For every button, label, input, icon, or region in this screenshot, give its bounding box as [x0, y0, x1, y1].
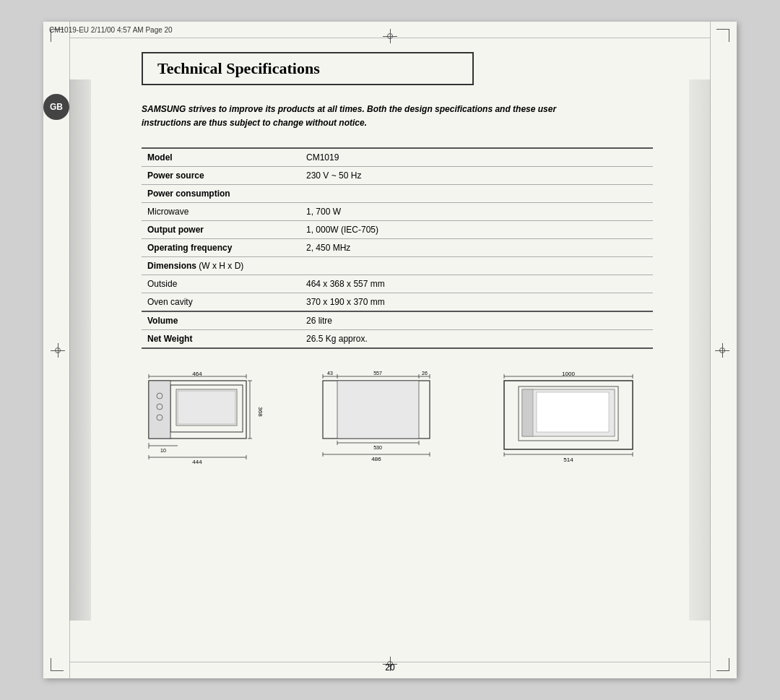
svg-text:1000: 1000 — [562, 371, 575, 377]
page-number: 20 — [385, 662, 394, 673]
diagram-builtin-svg: 1000 514 — [497, 371, 641, 464]
table-row: Output power 1, 000W (IEC-705) — [142, 221, 653, 239]
spec-label: Volume — [142, 311, 300, 330]
crosshair-right — [715, 343, 729, 358]
spec-label: Model — [142, 148, 300, 167]
spec-value — [300, 185, 653, 203]
spec-label: Operating frequency — [142, 239, 300, 257]
spec-label: Oven cavity — [142, 293, 300, 312]
spec-label: Microwave — [142, 203, 300, 221]
table-row: Power source 230 V ~ 50 Hz — [142, 167, 653, 185]
svg-text:530: 530 — [373, 445, 382, 450]
spec-label: Output power — [142, 221, 300, 239]
svg-text:444: 444 — [192, 459, 202, 464]
spec-label: Dimensions (W x H x D) — [142, 257, 300, 275]
crop-mark-bl — [51, 658, 64, 671]
table-row: Operating frequency 2, 450 MHz — [142, 239, 653, 257]
gb-badge: GB — [43, 94, 69, 120]
spec-value — [300, 257, 653, 275]
spec-value: CM1019 — [300, 148, 653, 167]
crosshair-left — [51, 343, 65, 358]
svg-text:464: 464 — [192, 371, 202, 377]
table-row: Dimensions (W x H x D) — [142, 257, 653, 275]
svg-text:486: 486 — [371, 456, 381, 462]
svg-text:557: 557 — [373, 371, 382, 376]
spec-value: 1, 700 W — [300, 203, 653, 221]
title-box: Technical Specifications — [142, 52, 474, 85]
diagram-front-svg: 464 10 — [142, 371, 264, 464]
table-row: Oven cavity 370 x 190 x 370 mm — [142, 293, 653, 312]
svg-rect-7 — [178, 391, 235, 424]
svg-text:368: 368 — [257, 407, 264, 418]
spec-value: 464 x 368 x 557 mm — [300, 275, 653, 293]
spec-value: 26.5 Kg approx. — [300, 330, 653, 349]
diagram-side-svg: 43 557 26 530 — [319, 371, 435, 464]
svg-text:43: 43 — [327, 371, 333, 376]
table-row: Model CM1019 — [142, 148, 653, 167]
spec-value: 26 litre — [300, 311, 653, 330]
table-row: Outside 464 x 368 x 557 mm — [142, 275, 653, 293]
svg-text:10: 10 — [160, 448, 166, 453]
table-row: Net Weight 26.5 Kg approx. — [142, 330, 653, 349]
diagram-builtin: 1000 514 — [497, 371, 653, 464]
diagram-front: 464 10 — [142, 371, 298, 464]
svg-rect-51 — [537, 392, 609, 432]
spec-value: 1, 000W (IEC-705) — [300, 221, 653, 239]
spec-label: Power source — [142, 167, 300, 185]
table-row: Volume 26 litre — [142, 311, 653, 330]
svg-rect-50 — [522, 389, 533, 436]
svg-rect-34 — [337, 381, 419, 438]
spec-value: 370 x 190 x 370 mm — [300, 293, 653, 312]
spec-value: 230 V ~ 50 Hz — [300, 167, 653, 185]
spec-value: 2, 450 MHz — [300, 239, 653, 257]
page-container: CM1019-EU 2/11/00 4:57 AM Page 20 GB Tec… — [43, 22, 737, 678]
specs-table: Model CM1019 Power source 230 V ~ 50 Hz … — [142, 147, 653, 349]
table-row: Power consumption — [142, 185, 653, 203]
crop-mark-br — [716, 658, 729, 671]
table-row: Microwave 1, 700 W — [142, 203, 653, 221]
diagram-side: 43 557 26 530 — [319, 371, 475, 464]
spec-label: Outside — [142, 275, 300, 293]
spec-label: Power consumption — [142, 185, 300, 203]
svg-text:26: 26 — [422, 371, 428, 376]
spec-label: Net Weight — [142, 330, 300, 349]
intro-paragraph: SAMSUNG strives to improve its products … — [142, 103, 575, 130]
page-title: Technical Specifications — [157, 59, 458, 78]
svg-text:514: 514 — [563, 457, 573, 463]
header-text: CM1019-EU 2/11/00 4:57 AM Page 20 — [49, 26, 173, 34]
diagrams-area: 464 10 — [142, 371, 653, 464]
content-area: Technical Specifications SAMSUNG strives… — [69, 38, 711, 664]
